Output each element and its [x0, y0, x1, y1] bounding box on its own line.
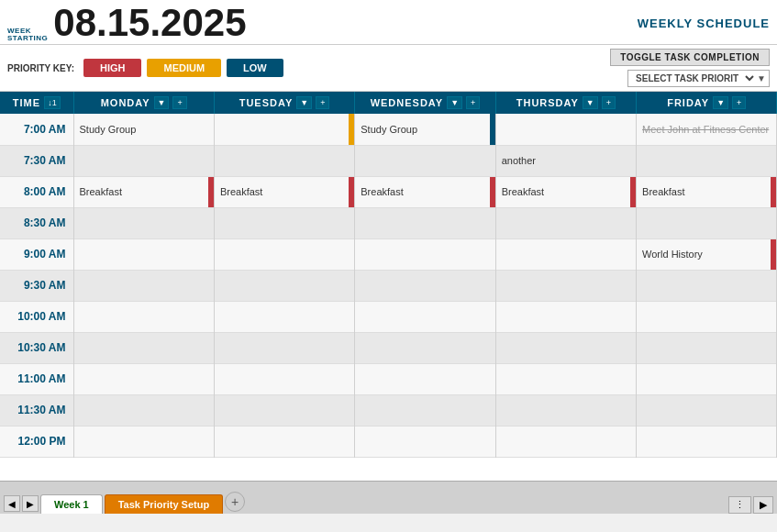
cell-thursday[interactable]: another	[495, 145, 636, 176]
cell-thursday[interactable]	[495, 301, 636, 332]
cell-friday[interactable]	[637, 270, 777, 301]
tuesday-filter-button[interactable]: ▼	[296, 96, 312, 109]
cell-friday[interactable]	[637, 363, 777, 394]
table-row: 9:30 AM	[0, 270, 777, 301]
cell-monday[interactable]	[73, 426, 214, 457]
cell-tuesday[interactable]	[214, 394, 354, 426]
cell-wednesday[interactable]	[355, 426, 495, 457]
wednesday-add-button[interactable]: +	[466, 96, 480, 109]
cell-monday[interactable]	[73, 301, 214, 332]
cell-monday[interactable]	[73, 145, 214, 176]
cell-wednesday[interactable]	[355, 145, 495, 176]
priority-indicator	[771, 177, 776, 207]
friday-add-button[interactable]: +	[732, 96, 746, 109]
cell-wednesday[interactable]	[355, 270, 495, 301]
cell-wednesday[interactable]	[355, 332, 495, 363]
cell-monday[interactable]	[73, 238, 214, 270]
cell-monday[interactable]: Breakfast	[73, 176, 214, 207]
cell-tuesday[interactable]	[214, 114, 354, 145]
dropdown-arrow-icon: ▼	[757, 73, 769, 83]
tuesday-add-button[interactable]: +	[316, 96, 329, 109]
table-row: 12:00 PM	[0, 426, 777, 457]
tab-add-button[interactable]: +	[225, 492, 245, 512]
event-text: Study Group	[361, 124, 417, 135]
cell-thursday[interactable]	[495, 114, 636, 145]
cell-monday[interactable]	[73, 394, 214, 426]
time-cell: 12:00 PM	[0, 426, 73, 457]
cell-wednesday[interactable]: Breakfast	[355, 176, 495, 207]
cell-tuesday[interactable]	[214, 332, 354, 363]
cell-monday[interactable]	[73, 363, 214, 394]
col-header-time: TIME ↓1	[0, 92, 73, 114]
time-filter-button[interactable]: ↓1	[44, 96, 61, 109]
monday-add-button[interactable]: +	[172, 96, 186, 109]
cell-tuesday[interactable]	[214, 301, 354, 332]
monday-filter-button[interactable]: ▼	[154, 96, 170, 109]
cell-tuesday[interactable]	[214, 270, 354, 301]
cell-monday[interactable]: Study Group	[73, 114, 214, 145]
cell-thursday[interactable]	[495, 363, 636, 394]
thursday-add-button[interactable]: +	[602, 96, 616, 109]
cell-friday[interactable]: World History	[637, 238, 777, 270]
priority-indicator	[490, 114, 495, 145]
cell-friday[interactable]	[637, 332, 777, 363]
tab-scroller-dots[interactable]: ⋮	[728, 496, 751, 514]
cell-thursday[interactable]	[495, 238, 636, 270]
priority-key-label: PRIORITY KEY:	[7, 63, 74, 73]
cell-tuesday[interactable]	[214, 426, 354, 457]
cell-friday[interactable]: Breakfast	[637, 176, 777, 207]
col-header-wednesday: WEDNESDAY ▼ +	[355, 92, 495, 114]
cell-monday[interactable]	[73, 207, 214, 238]
priority-high-badge: HIGH	[83, 59, 142, 77]
tab-task-priority[interactable]: Task Priority Setup	[105, 494, 223, 514]
tab-arrow-right[interactable]: ▶	[22, 495, 39, 512]
cell-wednesday[interactable]	[355, 363, 495, 394]
time-cell: 10:00 AM	[0, 301, 73, 332]
cell-thursday[interactable]	[495, 394, 636, 426]
schedule-wrapper: TIME ↓1 MONDAY ▼ + TUESDAY ▼ +	[0, 92, 777, 481]
thursday-filter-button[interactable]: ▼	[583, 96, 598, 109]
tab-week1[interactable]: Week 1	[40, 494, 103, 514]
date-display: 08.15.2025	[53, 4, 246, 42]
cell-thursday[interactable]	[495, 332, 636, 363]
tab-arrow-left[interactable]: ◀	[4, 495, 20, 512]
select-priority-container: SELECT TASK PRIORITY HIGH MEDIUM LOW ▼	[627, 70, 770, 87]
toggle-completion-button[interactable]: TOGGLE TASK COMPLETION	[610, 49, 770, 66]
priority-low-badge: LOW	[227, 59, 283, 77]
event-text: another	[502, 155, 536, 166]
tab-scroller-right[interactable]: ▶	[753, 496, 773, 514]
cell-tuesday[interactable]	[214, 207, 354, 238]
cell-friday[interactable]	[637, 207, 777, 238]
priority-key: PRIORITY KEY: HIGH MEDIUM LOW	[7, 59, 283, 77]
cell-wednesday[interactable]	[355, 238, 495, 270]
cell-wednesday[interactable]	[355, 207, 495, 238]
priority-indicator	[349, 177, 354, 207]
cell-wednesday[interactable]	[355, 394, 495, 426]
cell-monday[interactable]	[73, 270, 214, 301]
table-header: TIME ↓1 MONDAY ▼ + TUESDAY ▼ +	[0, 92, 777, 114]
cell-friday[interactable]	[637, 145, 777, 176]
header: WEEK STARTING 08.15.2025 WEEKLY SCHEDULE	[0, 0, 777, 45]
cell-thursday[interactable]	[495, 207, 636, 238]
cell-tuesday[interactable]	[214, 363, 354, 394]
cell-tuesday[interactable]	[214, 238, 354, 270]
wednesday-filter-button[interactable]: ▼	[447, 96, 462, 109]
cell-wednesday[interactable]: Study Group	[355, 114, 495, 145]
cell-monday[interactable]	[73, 332, 214, 363]
table-row: 11:00 AM	[0, 363, 777, 394]
cell-thursday[interactable]: Breakfast	[495, 176, 636, 207]
priority-indicator	[349, 114, 354, 145]
cell-friday[interactable]	[637, 426, 777, 457]
cell-friday[interactable]	[637, 301, 777, 332]
table-row: 9:00 AMWorld History	[0, 238, 777, 270]
cell-friday[interactable]: Meet John at Fitness Center	[637, 114, 777, 145]
cell-thursday[interactable]	[495, 270, 636, 301]
cell-wednesday[interactable]	[355, 301, 495, 332]
cell-friday[interactable]	[637, 394, 777, 426]
select-priority-dropdown[interactable]: SELECT TASK PRIORITY HIGH MEDIUM LOW	[628, 71, 757, 86]
cell-thursday[interactable]	[495, 426, 636, 457]
friday-filter-button[interactable]: ▼	[713, 96, 728, 109]
time-cell: 8:30 AM	[0, 207, 73, 238]
cell-tuesday[interactable]: Breakfast	[214, 176, 354, 207]
cell-tuesday[interactable]	[214, 145, 354, 176]
